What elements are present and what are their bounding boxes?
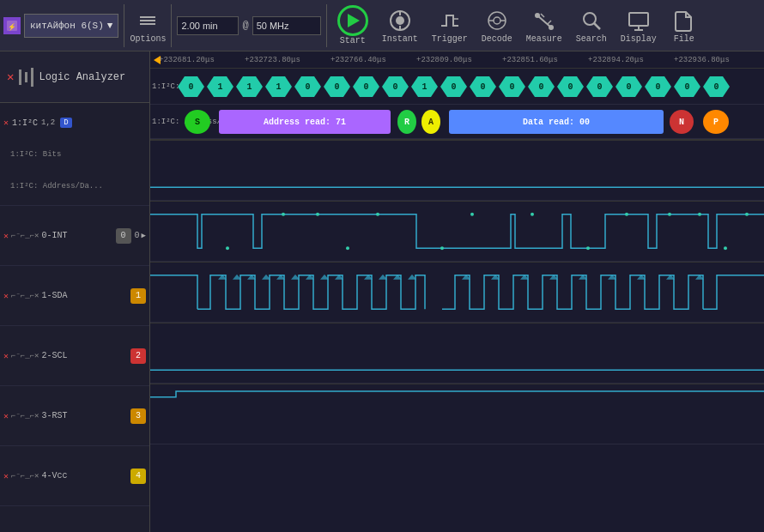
svg-rect-17 [629, 13, 648, 26]
device-name: китАйфон 6(S) [30, 21, 104, 31]
time-input[interactable] [177, 16, 239, 35]
scl-channel-name: 2-SCL [41, 351, 130, 360]
int-close[interactable]: ✕ [3, 231, 9, 241]
int-badge: 0 [116, 228, 131, 244]
sda-close[interactable]: ✕ [3, 291, 9, 301]
svg-point-32 [698, 213, 701, 216]
tick-1: +232723.80μs [245, 56, 300, 64]
rst-badge: 3 [130, 408, 146, 424]
svg-text:⚡: ⚡ [8, 22, 16, 31]
svg-point-15 [584, 13, 596, 25]
i2c-bits-row: 1:I²C: Bits 0111000010000000000 [150, 69, 764, 105]
file-icon [670, 7, 698, 34]
file-label: File [674, 34, 694, 44]
channel-0-int[interactable]: ✕ ⌐⁻⌐_⌐✕ 0-INT 0 0 ▶ [0, 206, 149, 266]
start-label: Start [340, 36, 366, 45]
svg-point-29 [586, 246, 590, 250]
measure-label: Measure [526, 34, 562, 44]
i2c-decode-badge: D [60, 118, 71, 128]
rst-channel-name: 3-RST [41, 411, 130, 420]
i2c-addr-label: 1:I²C: Address/Da... [3, 182, 146, 190]
bit-chip-10: 0 [470, 76, 496, 97]
rst-close[interactable]: ✕ [3, 411, 9, 421]
channel-2-scl[interactable]: ✕ ⌐⁻⌐_⌐✕ 2-SCL 2 [0, 326, 149, 386]
svg-point-28 [531, 213, 534, 216]
decode-icon [483, 7, 511, 34]
instant-button[interactable]: Instant [377, 5, 423, 45]
decode-button[interactable]: Decode [476, 5, 518, 45]
int-waveform [150, 141, 764, 200]
bit-chip-7: 0 [382, 76, 409, 97]
start-circle [337, 5, 368, 36]
trigger-button[interactable]: Trigger [427, 5, 473, 45]
vcc-close[interactable]: ✕ [3, 471, 9, 481]
scl-close[interactable]: ✕ [3, 351, 9, 361]
bit-chips: 0111000010000000000 [176, 76, 764, 98]
tick-4: +232851.60μs [502, 56, 558, 64]
bit-chip-1: 1 [207, 76, 233, 97]
svg-point-31 [668, 213, 671, 216]
bit-chip-2: 1 [236, 76, 263, 97]
i2c-channel-name: 1:I²C [12, 118, 38, 128]
rst-wave-row [150, 323, 764, 384]
bit-chip-5: 0 [324, 76, 350, 97]
channel-4-vcc[interactable]: ✕ ⌐⁻⌐_⌐✕ 4-Vcc 4 [0, 446, 149, 506]
channel-1-sda[interactable]: ✕ ⌐⁻⌐_⌐✕ 1-SDA 1 [0, 266, 149, 326]
sda-badge: 1 [130, 288, 146, 304]
sda-waveform [150, 202, 764, 261]
instant-icon [386, 7, 414, 34]
bit-chip-8: 1 [411, 76, 438, 97]
svg-point-11 [535, 13, 540, 18]
i2c-addr-row: 1:I²C: Address/Da SAddress read: 71RADat… [150, 105, 764, 139]
display-icon [625, 7, 652, 34]
bit-chip-11: 0 [499, 76, 525, 97]
bit-chip-16: 0 [645, 76, 671, 97]
tick-6: +232936.80μs [674, 56, 730, 64]
close-button[interactable]: ✕ [7, 70, 14, 84]
display-button[interactable]: Display [615, 5, 662, 45]
waveform-area[interactable]: +232681.20μs +232723.80μs +232766.40μs +… [150, 51, 764, 532]
svg-point-25 [376, 213, 379, 216]
bit-chip-14: 0 [586, 76, 613, 97]
bit-chip-18: 0 [703, 76, 730, 97]
dropdown-chevron: ▼ [107, 21, 113, 31]
decode-packet-P: P [703, 110, 729, 134]
vcc-channel-name: 4-Vcc [41, 471, 130, 481]
options-icon [137, 10, 158, 31]
tick-0: +232681.20μs [159, 56, 215, 64]
i2c-close[interactable]: ✕ [3, 118, 9, 128]
tick-5: +232894.20μs [588, 56, 644, 64]
separator-2 [171, 4, 172, 47]
device-selector[interactable]: китАйфон 6(S) ▼ [24, 14, 118, 38]
start-button[interactable]: Start [332, 3, 373, 47]
file-button[interactable]: File [665, 5, 703, 45]
top-bar: ⚡ китАйфон 6(S) ▼ Options @ Start [0, 0, 764, 51]
bit-chip-3: 1 [265, 76, 292, 97]
svg-point-21 [226, 246, 229, 250]
bit-chip-9: 0 [440, 76, 467, 97]
search-label: Search [576, 34, 607, 44]
la-title: Logic Analyzer [39, 71, 125, 83]
decode-packet-R: R [397, 110, 416, 134]
search-button[interactable]: Search [571, 5, 612, 45]
bit-chip-15: 0 [615, 76, 642, 97]
at-sign: @ [242, 20, 248, 32]
svg-point-22 [282, 213, 285, 216]
channel-i2c[interactable]: ✕ 1:I²C 1,2 D 1:I²C: Bits 1:I²C: Address… [0, 103, 149, 206]
svg-point-26 [440, 246, 444, 250]
decode-packet-Data_read:_00: Data read: 00 [449, 110, 664, 134]
bit-chip-13: 0 [557, 76, 584, 97]
measure-button[interactable]: Measure [521, 5, 567, 45]
sda-wave-row [150, 202, 764, 262]
svg-point-30 [625, 213, 628, 216]
rst-waveform [150, 323, 764, 383]
left-header: ✕ Logic Analyzer [0, 51, 149, 103]
options-label: Options [130, 34, 166, 44]
display-label: Display [621, 34, 657, 44]
int-value: 0 [135, 231, 140, 240]
tick-2: +232766.40μs [330, 56, 386, 64]
svg-line-13 [541, 14, 544, 17]
channel-3-rst[interactable]: ✕ ⌐⁻⌐_⌐✕ 3-RST 3 [0, 386, 149, 446]
freq-input[interactable] [252, 16, 321, 35]
trigger-label: Trigger [432, 34, 468, 44]
